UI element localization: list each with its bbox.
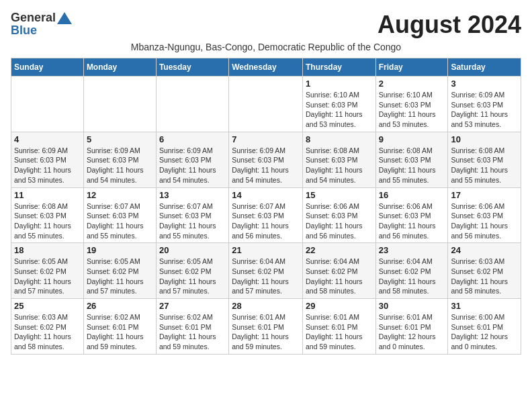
header: General Blue August 2024 (11, 11, 521, 39)
calendar-cell: 4Sunrise: 6:09 AM Sunset: 6:03 PM Daylig… (11, 132, 84, 187)
day-number: 18 (14, 245, 81, 255)
logo: General Blue (11, 11, 72, 38)
day-info: Sunrise: 6:03 AM Sunset: 6:02 PM Dayligh… (451, 257, 518, 296)
calendar-cell: 27Sunrise: 6:02 AM Sunset: 6:01 PM Dayli… (156, 299, 228, 355)
day-number: 1 (306, 79, 373, 89)
calendar-cell: 21Sunrise: 6:04 AM Sunset: 6:02 PM Dayli… (229, 243, 303, 299)
day-info: Sunrise: 6:04 AM Sunset: 6:02 PM Dayligh… (379, 257, 445, 296)
day-info: Sunrise: 6:00 AM Sunset: 6:01 PM Dayligh… (451, 312, 518, 352)
calendar-cell: 7Sunrise: 6:09 AM Sunset: 6:03 PM Daylig… (229, 132, 303, 187)
calendar-cell: 19Sunrise: 6:05 AM Sunset: 6:02 PM Dayli… (83, 243, 156, 299)
subtitle: Mbanza-Ngungu, Bas-Congo, Democratic Rep… (11, 42, 521, 52)
day-info: Sunrise: 6:08 AM Sunset: 6:03 PM Dayligh… (379, 146, 445, 185)
calendar-week-2: 4Sunrise: 6:09 AM Sunset: 6:03 PM Daylig… (11, 132, 521, 187)
svg-marker-0 (57, 12, 72, 24)
day-info: Sunrise: 6:04 AM Sunset: 6:02 PM Dayligh… (232, 257, 300, 296)
calendar-cell: 1Sunrise: 6:10 AM Sunset: 6:03 PM Daylig… (302, 77, 375, 132)
day-number: 20 (159, 245, 226, 255)
day-info: Sunrise: 6:07 AM Sunset: 6:03 PM Dayligh… (159, 201, 226, 241)
day-number: 2 (379, 79, 445, 89)
day-number: 5 (87, 134, 153, 144)
calendar-week-3: 11Sunrise: 6:08 AM Sunset: 6:03 PM Dayli… (11, 187, 521, 243)
day-info: Sunrise: 6:06 AM Sunset: 6:03 PM Dayligh… (379, 201, 445, 241)
calendar-cell: 14Sunrise: 6:07 AM Sunset: 6:03 PM Dayli… (229, 187, 303, 243)
calendar-cell: 10Sunrise: 6:08 AM Sunset: 6:03 PM Dayli… (448, 132, 521, 187)
day-info: Sunrise: 6:09 AM Sunset: 6:03 PM Dayligh… (232, 146, 300, 185)
day-info: Sunrise: 6:10 AM Sunset: 6:03 PM Dayligh… (379, 90, 445, 130)
calendar-cell: 13Sunrise: 6:07 AM Sunset: 6:03 PM Dayli… (156, 187, 228, 243)
logo-icon (57, 12, 72, 24)
day-info: Sunrise: 6:01 AM Sunset: 6:01 PM Dayligh… (232, 312, 300, 352)
day-info: Sunrise: 6:08 AM Sunset: 6:03 PM Dayligh… (14, 201, 81, 241)
calendar-cell: 9Sunrise: 6:08 AM Sunset: 6:03 PM Daylig… (375, 132, 448, 187)
day-number: 14 (232, 190, 300, 200)
day-number: 25 (14, 301, 81, 311)
day-number: 26 (87, 301, 153, 311)
calendar-cell: 6Sunrise: 6:09 AM Sunset: 6:03 PM Daylig… (156, 132, 228, 187)
logo-blue-text: Blue (11, 24, 37, 38)
calendar-week-5: 25Sunrise: 6:03 AM Sunset: 6:02 PM Dayli… (11, 299, 521, 355)
weekday-header-monday: Monday (83, 58, 156, 77)
day-info: Sunrise: 6:01 AM Sunset: 6:01 PM Dayligh… (306, 312, 373, 352)
calendar-cell: 15Sunrise: 6:06 AM Sunset: 6:03 PM Dayli… (302, 187, 375, 243)
day-info: Sunrise: 6:07 AM Sunset: 6:03 PM Dayligh… (87, 201, 153, 241)
month-year: August 2024 (378, 11, 521, 39)
calendar-cell: 16Sunrise: 6:06 AM Sunset: 6:03 PM Dayli… (375, 187, 448, 243)
calendar-cell (156, 77, 228, 132)
weekday-header-thursday: Thursday (302, 58, 375, 77)
calendar-week-4: 18Sunrise: 6:05 AM Sunset: 6:02 PM Dayli… (11, 243, 521, 299)
calendar-cell: 23Sunrise: 6:04 AM Sunset: 6:02 PM Dayli… (375, 243, 448, 299)
calendar-cell: 5Sunrise: 6:09 AM Sunset: 6:03 PM Daylig… (83, 132, 156, 187)
calendar-week-1: 1Sunrise: 6:10 AM Sunset: 6:03 PM Daylig… (11, 77, 521, 132)
day-info: Sunrise: 6:05 AM Sunset: 6:02 PM Dayligh… (87, 257, 153, 296)
day-info: Sunrise: 6:04 AM Sunset: 6:02 PM Dayligh… (306, 257, 373, 296)
day-number: 24 (451, 245, 518, 255)
calendar-cell: 29Sunrise: 6:01 AM Sunset: 6:01 PM Dayli… (302, 299, 375, 355)
calendar-cell: 8Sunrise: 6:08 AM Sunset: 6:03 PM Daylig… (302, 132, 375, 187)
day-info: Sunrise: 6:06 AM Sunset: 6:03 PM Dayligh… (306, 201, 373, 241)
calendar-table: SundayMondayTuesdayWednesdayThursdayFrid… (11, 58, 521, 355)
day-number: 3 (451, 79, 518, 89)
day-number: 19 (87, 245, 153, 255)
day-info: Sunrise: 6:10 AM Sunset: 6:03 PM Dayligh… (306, 90, 373, 130)
calendar-cell: 20Sunrise: 6:05 AM Sunset: 6:02 PM Dayli… (156, 243, 228, 299)
day-number: 10 (451, 134, 518, 144)
calendar-cell: 26Sunrise: 6:02 AM Sunset: 6:01 PM Dayli… (83, 299, 156, 355)
day-number: 13 (159, 190, 226, 200)
calendar-cell: 2Sunrise: 6:10 AM Sunset: 6:03 PM Daylig… (375, 77, 448, 132)
calendar-cell (83, 77, 156, 132)
weekday-header-sunday: Sunday (11, 58, 84, 77)
weekday-header-tuesday: Tuesday (156, 58, 228, 77)
calendar-cell: 31Sunrise: 6:00 AM Sunset: 6:01 PM Dayli… (448, 299, 521, 355)
calendar-cell: 3Sunrise: 6:09 AM Sunset: 6:03 PM Daylig… (448, 77, 521, 132)
day-info: Sunrise: 6:09 AM Sunset: 6:03 PM Dayligh… (14, 146, 81, 185)
day-number: 27 (159, 301, 226, 311)
day-number: 11 (14, 190, 81, 200)
calendar-cell: 22Sunrise: 6:04 AM Sunset: 6:02 PM Dayli… (302, 243, 375, 299)
weekday-header-saturday: Saturday (448, 58, 521, 77)
calendar-cell: 25Sunrise: 6:03 AM Sunset: 6:02 PM Dayli… (11, 299, 84, 355)
day-number: 30 (379, 301, 445, 311)
calendar-cell: 18Sunrise: 6:05 AM Sunset: 6:02 PM Dayli… (11, 243, 84, 299)
weekday-header-friday: Friday (375, 58, 448, 77)
day-info: Sunrise: 6:09 AM Sunset: 6:03 PM Dayligh… (159, 146, 226, 185)
day-info: Sunrise: 6:09 AM Sunset: 6:03 PM Dayligh… (87, 146, 153, 185)
day-number: 15 (306, 190, 373, 200)
day-number: 17 (451, 190, 518, 200)
calendar-cell: 11Sunrise: 6:08 AM Sunset: 6:03 PM Dayli… (11, 187, 84, 243)
day-number: 29 (306, 301, 373, 311)
day-number: 28 (232, 301, 300, 311)
calendar-cell: 24Sunrise: 6:03 AM Sunset: 6:02 PM Dayli… (448, 243, 521, 299)
day-info: Sunrise: 6:01 AM Sunset: 6:01 PM Dayligh… (379, 312, 445, 352)
weekday-header-wednesday: Wednesday (229, 58, 303, 77)
day-number: 16 (379, 190, 445, 200)
day-info: Sunrise: 6:02 AM Sunset: 6:01 PM Dayligh… (87, 312, 153, 352)
calendar-cell (11, 77, 84, 132)
day-number: 31 (451, 301, 518, 311)
logo-general-text: General (11, 11, 56, 25)
day-info: Sunrise: 6:05 AM Sunset: 6:02 PM Dayligh… (14, 257, 81, 296)
day-info: Sunrise: 6:03 AM Sunset: 6:02 PM Dayligh… (14, 312, 81, 352)
day-info: Sunrise: 6:02 AM Sunset: 6:01 PM Dayligh… (159, 312, 226, 352)
day-info: Sunrise: 6:07 AM Sunset: 6:03 PM Dayligh… (232, 201, 300, 241)
day-number: 23 (379, 245, 445, 255)
